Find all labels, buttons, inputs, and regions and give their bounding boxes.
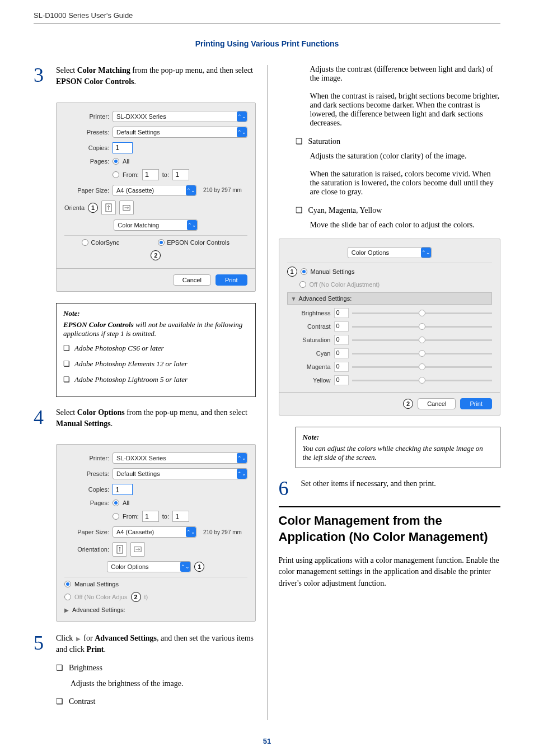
contrast-desc-1: Adjusts the contrast (difference between…	[310, 65, 501, 83]
printer-label: Printer:	[64, 455, 109, 461]
yellow-value[interactable]: 0	[334, 375, 349, 385]
papersize-dropdown[interactable]: A4 (Cassette) ⌃⌄	[113, 185, 196, 196]
epson-cc-radio[interactable]	[158, 239, 165, 246]
print-dialog-color-options: Printer: SL-DXXXX Series ⌃⌄ Presets: Def…	[56, 444, 256, 622]
orientation-landscape[interactable]	[119, 200, 134, 215]
orientation-label: Orientation:	[64, 546, 109, 553]
off-adjust-radio[interactable]	[64, 594, 71, 600]
advanced-settings-label: Advanced Settings:	[72, 606, 125, 613]
printer-dropdown[interactable]: SL-DXXXX Series ⌃⌄	[113, 452, 247, 464]
pages-from-radio[interactable]	[113, 513, 119, 520]
advanced-settings-header[interactable]: ▼ Advanced Settings:	[287, 292, 493, 305]
pages-from-input[interactable]	[142, 169, 159, 180]
contrast-value[interactable]: 0	[334, 321, 349, 332]
brightness-value[interactable]: 0	[334, 308, 349, 318]
menu-dropdown[interactable]: Color Options ⌃⌄	[348, 247, 432, 258]
t: Color Options	[77, 408, 125, 417]
cancel-button[interactable]: Cancel	[418, 398, 456, 409]
brightness-desc: Adjusts the brightness of the image.	[71, 678, 256, 689]
print-button[interactable]: Print	[216, 274, 247, 286]
disclosure-triangle-icon[interactable]: ▶	[64, 607, 69, 613]
pages-all-label: All	[123, 500, 129, 506]
off-adjust-tail: t)	[144, 594, 148, 600]
note-body: You can adjust the colors while checking…	[303, 444, 494, 462]
pages-to-label: to:	[162, 171, 169, 178]
heading-color-management: Color Management from the Application (N…	[279, 506, 501, 545]
papersize-label: Paper Size:	[64, 529, 109, 535]
saturation-slider[interactable]	[352, 339, 493, 341]
page-number: 51	[34, 737, 500, 745]
saturation-desc-2: When the saturation is raised, colors be…	[310, 170, 501, 197]
orientation-portrait[interactable]	[113, 542, 127, 557]
presets-label: Presets:	[64, 129, 109, 136]
manual-settings-label: Manual Settings	[74, 581, 119, 587]
menu-dropdown[interactable]: Color Matching ⌃⌄	[114, 220, 198, 231]
step6-body: Set other items if necessary, and then p…	[301, 478, 501, 498]
callout-2: 2	[151, 250, 161, 260]
brightness-slider[interactable]	[352, 312, 493, 314]
step5-body: Click ▶ for Advanced Settings, and then …	[56, 633, 256, 712]
pages-from-input[interactable]	[142, 511, 159, 522]
item-contrast: Contrast	[56, 696, 256, 707]
note-box-2: Note: You can adjust the colors while ch…	[296, 427, 501, 468]
dropdown-arrow-icon: ⌃⌄	[180, 562, 190, 572]
cancel-button[interactable]: Cancel	[173, 274, 211, 286]
section-title: Printing Using Various Print Functions	[34, 39, 500, 48]
header-rule	[34, 23, 500, 24]
pages-to-input[interactable]	[172, 511, 189, 522]
colorsync-radio[interactable]	[82, 239, 88, 246]
epson-cc-label: EPSON Color Controls	[167, 239, 229, 246]
t: .	[111, 419, 113, 428]
t: Print	[86, 645, 104, 654]
t: from the pop-up menu, and then select	[130, 66, 253, 74]
copies-input[interactable]	[113, 142, 133, 153]
magenta-slider-label: Magenta	[287, 363, 331, 370]
callout-1: 1	[287, 267, 297, 277]
yellow-slider[interactable]	[352, 380, 493, 381]
pages-all-radio[interactable]	[113, 500, 119, 506]
copies-input[interactable]	[113, 484, 133, 495]
orientation-portrait[interactable]	[101, 200, 116, 215]
presets-label: Presets:	[64, 470, 109, 477]
saturation-value[interactable]: 0	[334, 335, 349, 345]
menu-value: Color Options	[352, 249, 419, 256]
t: for	[82, 634, 95, 642]
note-li: Adobe Photoshop Lightroom 5 or later	[63, 375, 249, 384]
pages-from-radio[interactable]	[113, 171, 119, 178]
cyan-slider[interactable]	[352, 353, 493, 354]
pages-to-input[interactable]	[172, 169, 189, 180]
magenta-value[interactable]: 0	[334, 362, 349, 372]
brightness-slider-label: Brightness	[287, 310, 331, 316]
off-adjust-label: Off (No Color Adjus	[74, 594, 128, 600]
contrast-slider[interactable]	[352, 326, 493, 328]
off-adjust-radio[interactable]	[299, 281, 306, 288]
colorsync-label: ColorSync	[91, 239, 119, 246]
papersize-note: 210 by 297 mm	[203, 187, 242, 193]
pages-all-radio[interactable]	[113, 158, 119, 165]
yellow-slider-label: Yellow	[287, 377, 331, 384]
item-brightness: Brightness	[56, 662, 256, 674]
manual-settings-radio[interactable]	[64, 581, 71, 587]
papersize-dropdown[interactable]: A4 (Cassette) ⌃⌄	[113, 526, 196, 538]
manual-settings-label: Manual Settings	[311, 268, 355, 275]
cyan-value[interactable]: 0	[334, 348, 349, 358]
manual-settings-radio[interactable]	[301, 268, 307, 275]
note-li: Adobe Photoshop CS6 or later	[63, 344, 249, 353]
printer-dropdown[interactable]: SL-DXXXX Series ⌃⌄	[113, 111, 247, 122]
dropdown-arrow-icon: ⌃⌄	[237, 469, 247, 479]
magenta-slider[interactable]	[352, 366, 493, 368]
pages-from-label: From:	[123, 513, 139, 520]
papersize-note: 210 by 297 mm	[203, 529, 242, 535]
presets-dropdown[interactable]: Default Settings ⌃⌄	[113, 127, 247, 138]
t: Select	[56, 408, 77, 417]
t: Manual Settings	[56, 419, 111, 428]
item-saturation: Saturation	[296, 137, 501, 146]
menu-dropdown[interactable]: Color Options ⌃⌄	[107, 561, 191, 572]
presets-dropdown[interactable]: Default Settings ⌃⌄	[113, 468, 247, 479]
pages-from-label: From:	[123, 171, 139, 178]
orientation-landscape[interactable]	[130, 542, 145, 557]
saturation-slider-label: Saturation	[287, 337, 331, 343]
print-button[interactable]: Print	[460, 398, 492, 409]
printer-label: Printer:	[64, 113, 109, 120]
disclosure-triangle-icon: ▼	[291, 296, 297, 302]
